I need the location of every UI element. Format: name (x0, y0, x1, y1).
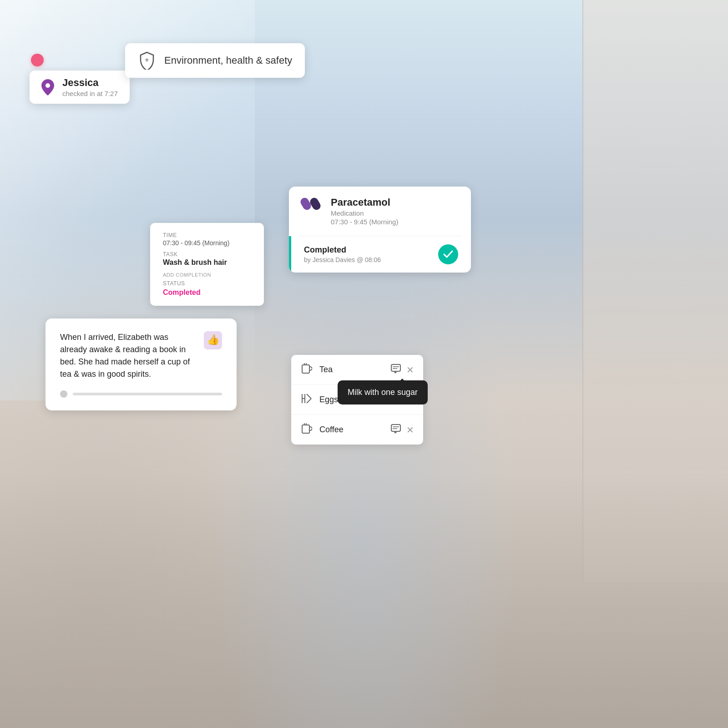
svg-rect-7 (391, 364, 400, 371)
progress-bar (73, 393, 222, 395)
coffee-close-btn[interactable]: ✕ (406, 425, 414, 435)
user-name: Jessica (62, 77, 118, 89)
svg-rect-18 (391, 425, 400, 431)
completed-by: by Jessica Davies @ 08:06 (304, 256, 381, 263)
svg-text:👍: 👍 (207, 334, 220, 346)
time-label: Time (163, 232, 251, 238)
task-name: Wash & brush hair (163, 258, 251, 267)
location-info: Jessica checked in at 7:27 (62, 77, 118, 97)
shield-icon: + (138, 51, 156, 70)
time-value: 07:30 - 09:45 (Morning) (163, 239, 251, 247)
task-card: Time 07:30 - 09:45 (Morning) Task Wash &… (150, 223, 264, 306)
medication-top: Paracetamol Medication 07:30 - 9:45 (Mor… (289, 187, 471, 236)
ehs-title: Environment, health & safety (164, 55, 292, 66)
svg-line-13 (307, 394, 311, 399)
status-value: Completed (163, 288, 251, 297)
coffee-actions: ✕ (391, 424, 414, 435)
food-container: Tea ✕ Milk with one sugar (291, 355, 423, 445)
eggs-icon (300, 392, 313, 407)
location-badge: Jessica checked in at 7:27 (30, 71, 130, 104)
medication-type: Medication (331, 209, 398, 217)
svg-point-0 (46, 83, 50, 88)
location-pin-icon (40, 79, 56, 96)
svg-line-14 (307, 399, 311, 403)
add-completion-label: ADD COMPLETION (163, 272, 251, 278)
tea-close-btn[interactable]: ✕ (406, 364, 414, 375)
svg-text:+: + (145, 56, 149, 64)
completed-info: Completed by Jessica Davies @ 08:06 (304, 245, 381, 263)
milk-tooltip: Milk with one sugar (338, 380, 428, 404)
svg-rect-5 (304, 363, 305, 365)
task-label: Task (163, 251, 251, 258)
ehs-card: + Environment, health & safety (125, 43, 305, 78)
coffee-name: Coffee (319, 425, 384, 435)
completed-title: Completed (304, 245, 381, 255)
svg-rect-16 (304, 423, 305, 425)
note-text: When I arrived, Elizabeth was already aw… (60, 331, 197, 380)
tea-note-btn[interactable] (391, 364, 401, 375)
checkin-time: checked in at 7:27 (62, 90, 118, 97)
svg-rect-6 (306, 363, 307, 365)
progress-dot (60, 390, 67, 398)
svg-rect-17 (306, 423, 307, 425)
food-row-tea: Tea ✕ Milk with one sugar (291, 355, 423, 385)
note-content: When I arrived, Elizabeth was already aw… (60, 331, 222, 380)
thumb-up-icon: 👍 (204, 331, 222, 354)
coffee-note-btn[interactable] (391, 424, 401, 435)
medication-time: 07:30 - 9:45 (Morning) (331, 218, 398, 226)
coffee-icon (300, 422, 313, 437)
medication-card: Paracetamol Medication 07:30 - 9:45 (Mor… (289, 187, 471, 273)
tea-icon (300, 362, 313, 377)
completed-check-icon (438, 244, 458, 264)
tea-name: Tea (319, 365, 384, 374)
pink-status-dot (31, 54, 44, 66)
food-card: Tea ✕ Milk with one sugar (291, 355, 423, 445)
food-row-coffee: Coffee ✕ (291, 415, 423, 445)
svg-rect-15 (302, 425, 309, 433)
pill-icon (302, 197, 322, 217)
svg-rect-4 (302, 365, 309, 373)
medication-info: Paracetamol Medication 07:30 - 9:45 (Mor… (331, 197, 398, 226)
medication-name: Paracetamol (331, 197, 398, 208)
tea-actions: ✕ (391, 364, 414, 375)
medication-bottom: Completed by Jessica Davies @ 08:06 (289, 236, 471, 273)
note-progress (60, 390, 222, 398)
status-label: Status (163, 280, 251, 287)
note-card: When I arrived, Elizabeth was already aw… (46, 318, 237, 410)
